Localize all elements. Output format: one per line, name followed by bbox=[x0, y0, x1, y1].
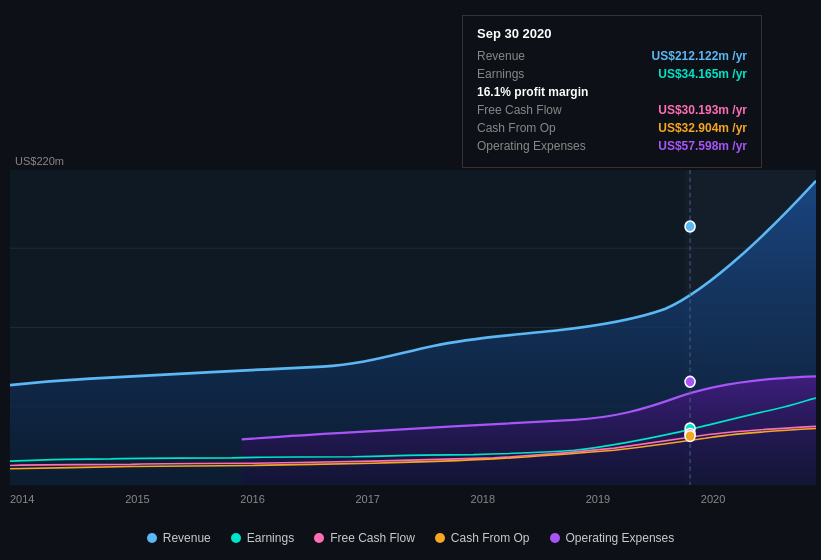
tooltip-label-cashfromop: Cash From Op bbox=[477, 121, 556, 135]
legend-item-earnings[interactable]: Earnings bbox=[231, 531, 294, 545]
x-label-2014: 2014 bbox=[10, 493, 34, 505]
tooltip-value-revenue: US$212.122m /yr bbox=[652, 49, 747, 63]
x-label-2020: 2020 bbox=[701, 493, 725, 505]
legend-label-revenue: Revenue bbox=[163, 531, 211, 545]
x-label-2017: 2017 bbox=[355, 493, 379, 505]
x-label-2016: 2016 bbox=[240, 493, 264, 505]
legend-label-cashfromop: Cash From Op bbox=[451, 531, 530, 545]
legend-label-fcf: Free Cash Flow bbox=[330, 531, 415, 545]
tooltip-row-opex: Operating Expenses US$57.598m /yr bbox=[477, 139, 747, 153]
legend-item-revenue[interactable]: Revenue bbox=[147, 531, 211, 545]
tooltip-value-fcf: US$30.193m /yr bbox=[658, 103, 747, 117]
legend-dot-cashfromop bbox=[435, 533, 445, 543]
tooltip-row-revenue: Revenue US$212.122m /yr bbox=[477, 49, 747, 63]
tooltip-label-fcf: Free Cash Flow bbox=[477, 103, 562, 117]
profit-margin: 16.1% profit margin bbox=[477, 85, 747, 99]
x-label-2018: 2018 bbox=[471, 493, 495, 505]
tooltip-date: Sep 30 2020 bbox=[477, 26, 747, 41]
x-label-2019: 2019 bbox=[586, 493, 610, 505]
legend-item-fcf[interactable]: Free Cash Flow bbox=[314, 531, 415, 545]
legend-dot-opex bbox=[550, 533, 560, 543]
svg-point-8 bbox=[685, 376, 695, 387]
legend-item-opex[interactable]: Operating Expenses bbox=[550, 531, 675, 545]
chart-area[interactable] bbox=[10, 170, 816, 485]
chart-svg bbox=[10, 170, 816, 485]
tooltip-row-fcf: Free Cash Flow US$30.193m /yr bbox=[477, 103, 747, 117]
tooltip-row-cashfromop: Cash From Op US$32.904m /yr bbox=[477, 121, 747, 135]
legend-dot-fcf bbox=[314, 533, 324, 543]
tooltip-value-earnings: US$34.165m /yr bbox=[658, 67, 747, 81]
legend-label-opex: Operating Expenses bbox=[566, 531, 675, 545]
tooltip-label-revenue: Revenue bbox=[477, 49, 525, 63]
tooltip-label-opex: Operating Expenses bbox=[477, 139, 586, 153]
legend-dot-earnings bbox=[231, 533, 241, 543]
svg-point-11 bbox=[685, 431, 695, 442]
tooltip-row-earnings: Earnings US$34.165m /yr bbox=[477, 67, 747, 81]
tooltip-value-opex: US$57.598m /yr bbox=[658, 139, 747, 153]
svg-point-7 bbox=[685, 221, 695, 232]
x-label-2015: 2015 bbox=[125, 493, 149, 505]
x-axis: 2014 2015 2016 2017 2018 2019 2020 bbox=[10, 493, 816, 505]
tooltip-value-cashfromop: US$32.904m /yr bbox=[658, 121, 747, 135]
legend-item-cashfromop[interactable]: Cash From Op bbox=[435, 531, 530, 545]
tooltip: Sep 30 2020 Revenue US$212.122m /yr Earn… bbox=[462, 15, 762, 168]
y-axis-top-label: US$220m bbox=[15, 155, 64, 167]
legend-dot-revenue bbox=[147, 533, 157, 543]
chart-container: Sep 30 2020 Revenue US$212.122m /yr Earn… bbox=[0, 0, 821, 560]
legend-label-earnings: Earnings bbox=[247, 531, 294, 545]
tooltip-label-earnings: Earnings bbox=[477, 67, 524, 81]
legend: Revenue Earnings Free Cash Flow Cash Fro… bbox=[0, 531, 821, 545]
